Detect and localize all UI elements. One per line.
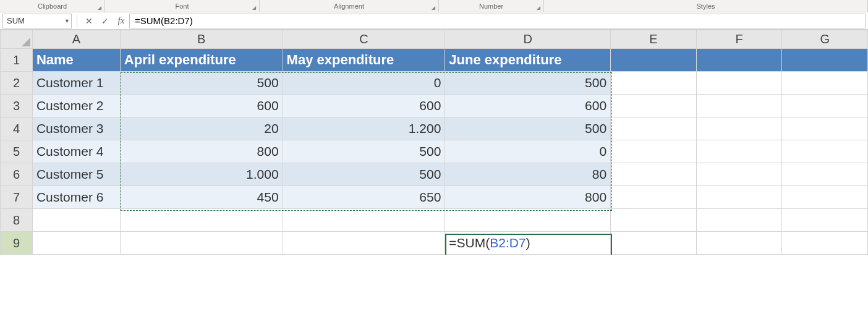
select-all-corner[interactable] — [1, 30, 33, 49]
dialog-launcher-icon[interactable]: ◢ — [96, 4, 103, 11]
cell[interactable]: 0 — [283, 72, 445, 95]
cell[interactable]: 500 — [445, 117, 611, 140]
cell[interactable] — [696, 49, 782, 72]
cell[interactable] — [611, 117, 697, 140]
cell[interactable] — [696, 163, 782, 186]
cell[interactable] — [782, 72, 868, 95]
cell[interactable] — [32, 209, 120, 232]
cell[interactable]: 1.000 — [120, 163, 283, 186]
cell[interactable]: 800 — [120, 140, 283, 163]
spreadsheet-grid[interactable]: A B C D E F G 1 Name April expenditure M… — [0, 30, 868, 255]
cell[interactable]: 450 — [120, 186, 283, 209]
insert-function-button[interactable]: fx — [113, 14, 129, 28]
ribbon-group-label: Font — [175, 2, 189, 10]
cell[interactable] — [611, 140, 697, 163]
cell[interactable] — [782, 140, 868, 163]
cell[interactable]: 500 — [120, 72, 283, 95]
cell[interactable] — [611, 209, 697, 232]
cell[interactable]: 0 — [445, 140, 611, 163]
ribbon-group-label: Number — [479, 2, 503, 10]
enter-formula-button[interactable]: ✓ — [97, 14, 113, 28]
cell[interactable] — [782, 163, 868, 186]
cancel-formula-button[interactable]: ✕ — [81, 14, 97, 28]
column-header[interactable]: B — [120, 30, 283, 49]
ribbon-group-labels: Clipboard ◢ Font ◢ Alignment ◢ Number ◢ … — [0, 0, 868, 12]
cell[interactable]: 1.200 — [283, 117, 445, 140]
row-header[interactable]: 9 — [1, 232, 33, 255]
cell[interactable] — [782, 232, 868, 255]
row-header[interactable]: 5 — [1, 140, 33, 163]
cell[interactable]: 650 — [283, 186, 445, 209]
cell[interactable] — [445, 209, 611, 232]
row-header[interactable]: 1 — [1, 49, 33, 72]
dialog-launcher-icon[interactable]: ◢ — [251, 4, 257, 11]
cell[interactable]: 800 — [445, 186, 611, 209]
cell[interactable] — [782, 49, 868, 72]
column-header[interactable]: A — [32, 30, 120, 49]
cell[interactable]: 600 — [283, 95, 445, 117]
row-header[interactable]: 7 — [1, 186, 33, 209]
cell[interactable] — [611, 49, 697, 72]
chevron-down-icon[interactable]: ▼ — [64, 18, 70, 24]
cell[interactable] — [611, 186, 697, 209]
ribbon-group-font: Font ◢ — [105, 0, 260, 12]
cell[interactable]: 20 — [120, 117, 283, 140]
cell[interactable]: 500 — [283, 163, 445, 186]
column-header[interactable]: F — [696, 30, 782, 49]
cell[interactable]: Customer 1 — [32, 72, 120, 95]
column-header[interactable]: C — [283, 30, 445, 49]
cell[interactable]: Customer 2 — [32, 95, 120, 117]
ribbon-group-label: Alignment — [334, 2, 364, 10]
active-cell[interactable]: =SUM(B2:D7) — [445, 232, 611, 255]
cell[interactable] — [782, 95, 868, 117]
cell[interactable] — [611, 232, 697, 255]
column-header[interactable]: E — [611, 30, 697, 49]
cell[interactable] — [611, 95, 697, 117]
cell[interactable]: 500 — [445, 72, 611, 95]
cell[interactable]: May expenditure — [283, 49, 445, 72]
cell[interactable] — [782, 209, 868, 232]
ribbon-group-label: Clipboard — [38, 2, 67, 10]
cell[interactable]: 600 — [120, 95, 283, 117]
cell[interactable] — [696, 72, 782, 95]
ribbon-group-clipboard: Clipboard ◢ — [0, 0, 105, 12]
cell[interactable] — [120, 232, 283, 255]
row-header[interactable]: 2 — [1, 72, 33, 95]
ribbon-group-styles: Styles — [544, 0, 868, 12]
cell[interactable] — [32, 232, 120, 255]
row-header[interactable]: 4 — [1, 117, 33, 140]
column-header[interactable]: D — [445, 30, 611, 49]
cell[interactable]: June expenditure — [445, 49, 611, 72]
cell[interactable] — [696, 140, 782, 163]
cell[interactable] — [696, 95, 782, 117]
cell[interactable] — [782, 117, 868, 140]
cell[interactable]: Customer 3 — [32, 117, 120, 140]
formula-input[interactable] — [129, 14, 866, 28]
cell[interactable] — [611, 72, 697, 95]
name-box[interactable]: SUM ▼ — [2, 14, 72, 28]
cell[interactable]: Customer 5 — [32, 163, 120, 186]
cell[interactable] — [782, 186, 868, 209]
cell[interactable]: 80 — [445, 163, 611, 186]
cell[interactable]: Customer 6 — [32, 186, 120, 209]
cell[interactable] — [611, 163, 697, 186]
cell[interactable] — [283, 209, 445, 232]
cell[interactable] — [696, 117, 782, 140]
cell[interactable]: Customer 4 — [32, 140, 120, 163]
cell[interactable] — [696, 209, 782, 232]
dialog-launcher-icon[interactable]: ◢ — [535, 4, 542, 11]
cell[interactable]: April expenditure — [120, 49, 283, 72]
cell[interactable]: 600 — [445, 95, 611, 117]
row-header[interactable]: 6 — [1, 163, 33, 186]
column-header[interactable]: G — [782, 30, 868, 49]
dialog-launcher-icon[interactable]: ◢ — [430, 4, 436, 11]
row-header[interactable]: 3 — [1, 95, 33, 117]
cell[interactable] — [696, 232, 782, 255]
cell[interactable] — [120, 209, 283, 232]
row-header[interactable]: 8 — [1, 209, 33, 232]
cell[interactable] — [283, 232, 445, 255]
cell[interactable]: 500 — [283, 140, 445, 163]
cell[interactable] — [696, 186, 782, 209]
ribbon-group-label: Styles — [697, 2, 715, 10]
cell[interactable]: Name — [32, 49, 120, 72]
